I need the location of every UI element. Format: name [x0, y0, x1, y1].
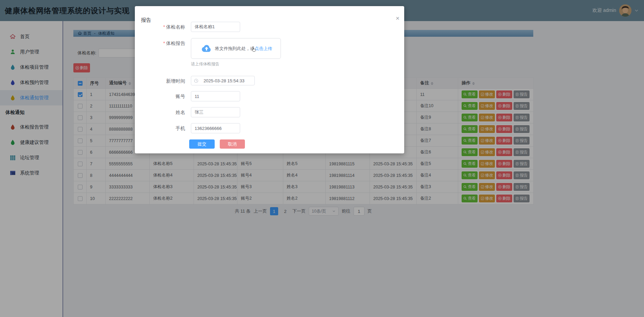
upload-hint: 请上传体检报告: [191, 61, 219, 67]
account-field[interactable]: [191, 91, 240, 101]
click-to-upload-link[interactable]: 点击上传: [255, 46, 272, 51]
phone-field[interactable]: [191, 123, 240, 133]
clock-icon: [194, 79, 198, 83]
account-label: 账号: [135, 91, 185, 101]
add-time-label: 新增时间: [135, 76, 185, 86]
name-label: 姓名: [135, 107, 185, 117]
exam-name-label: *体检名称: [135, 22, 185, 32]
close-icon[interactable]: ×: [396, 15, 399, 21]
upload-cloud-icon: [200, 44, 212, 53]
exam-name-field[interactable]: [191, 22, 240, 32]
exam-report-label: *体检报告: [135, 38, 185, 48]
submit-button[interactable]: 提交: [189, 139, 215, 149]
upload-dropzone[interactable]: 将文件拖到此处，或点击上传: [191, 38, 281, 59]
phone-label: 手机: [135, 123, 185, 133]
report-modal: 报告 × *体检名称 *体检报告 将文件拖到此处，或点击上传 请上传体检报告 新…: [135, 6, 404, 153]
name-field[interactable]: [191, 107, 240, 117]
cancel-button[interactable]: 取消: [220, 139, 245, 149]
add-time-field[interactable]: 2025-03-28 15:54:33: [191, 76, 255, 85]
